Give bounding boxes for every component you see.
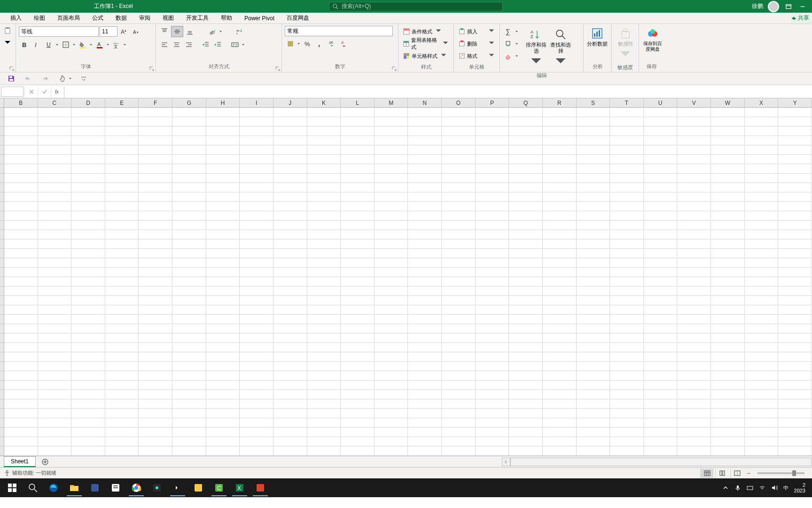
qat-customize-button[interactable] bbox=[78, 73, 89, 84]
cell[interactable] bbox=[778, 333, 812, 343]
cell[interactable] bbox=[442, 239, 476, 249]
cell[interactable] bbox=[442, 258, 476, 268]
cell[interactable] bbox=[644, 437, 678, 446]
cell[interactable] bbox=[677, 183, 711, 192]
cell[interactable] bbox=[172, 145, 206, 155]
cell[interactable] bbox=[610, 249, 644, 258]
cell[interactable] bbox=[139, 136, 172, 145]
cell[interactable] bbox=[442, 446, 476, 456]
cell[interactable] bbox=[71, 202, 105, 211]
cell[interactable] bbox=[172, 164, 206, 174]
formula-input[interactable] bbox=[64, 87, 812, 97]
cell[interactable] bbox=[577, 333, 610, 343]
cell[interactable] bbox=[307, 286, 341, 296]
cell[interactable] bbox=[778, 428, 812, 437]
cell[interactable] bbox=[240, 437, 273, 446]
cell[interactable] bbox=[4, 239, 38, 249]
cell[interactable] bbox=[105, 446, 139, 456]
cell[interactable] bbox=[4, 409, 38, 418]
cell[interactable] bbox=[206, 108, 240, 117]
cell[interactable] bbox=[206, 221, 240, 230]
clipboard-dialog-launcher[interactable] bbox=[9, 66, 14, 71]
cell[interactable] bbox=[610, 286, 644, 296]
cell[interactable] bbox=[375, 202, 408, 211]
avatar[interactable] bbox=[768, 1, 779, 12]
col-header[interactable]: S bbox=[577, 98, 610, 107]
cell[interactable] bbox=[105, 117, 139, 127]
percent-button[interactable]: % bbox=[302, 38, 313, 49]
cell[interactable] bbox=[273, 145, 307, 155]
cell[interactable] bbox=[543, 221, 577, 230]
row-header[interactable] bbox=[0, 352, 4, 362]
cell[interactable] bbox=[476, 446, 509, 456]
cell[interactable] bbox=[711, 268, 745, 277]
cell[interactable] bbox=[105, 164, 139, 174]
cell[interactable] bbox=[543, 324, 577, 333]
cell[interactable] bbox=[4, 428, 38, 437]
cell[interactable] bbox=[577, 202, 610, 211]
cell[interactable] bbox=[476, 277, 509, 286]
cell[interactable] bbox=[610, 390, 644, 399]
cell[interactable] bbox=[677, 249, 711, 258]
cell[interactable] bbox=[543, 155, 577, 164]
comma-button[interactable]: , bbox=[314, 38, 325, 49]
cell[interactable] bbox=[543, 446, 577, 456]
cell[interactable] bbox=[71, 230, 105, 239]
borders-button[interactable] bbox=[60, 39, 71, 50]
cell[interactable] bbox=[206, 446, 240, 456]
cell[interactable] bbox=[644, 399, 678, 409]
cell[interactable] bbox=[375, 258, 408, 268]
cell[interactable] bbox=[745, 164, 779, 174]
cell[interactable] bbox=[509, 362, 543, 371]
font-size-select[interactable]: 11 bbox=[100, 26, 117, 37]
cell[interactable] bbox=[341, 315, 375, 324]
cell[interactable] bbox=[745, 399, 779, 409]
cell[interactable] bbox=[38, 446, 72, 456]
save-button[interactable] bbox=[6, 73, 17, 84]
cell[interactable] bbox=[307, 258, 341, 268]
cell[interactable] bbox=[711, 352, 745, 362]
cell[interactable] bbox=[577, 277, 610, 286]
tab-help[interactable]: 帮助 bbox=[215, 13, 238, 24]
cell[interactable] bbox=[677, 446, 711, 456]
row-header[interactable] bbox=[0, 324, 4, 333]
cell[interactable] bbox=[442, 315, 476, 324]
cell[interactable] bbox=[509, 136, 543, 145]
cell[interactable] bbox=[509, 296, 543, 305]
cell[interactable] bbox=[105, 230, 139, 239]
cell[interactable] bbox=[375, 333, 408, 343]
cell[interactable] bbox=[38, 315, 72, 324]
cell[interactable] bbox=[677, 305, 711, 315]
cell[interactable] bbox=[476, 409, 509, 418]
cell[interactable] bbox=[610, 418, 644, 428]
cell[interactable] bbox=[644, 268, 678, 277]
minimize-button[interactable] bbox=[798, 2, 807, 11]
cell[interactable] bbox=[341, 136, 375, 145]
cell[interactable] bbox=[172, 221, 206, 230]
cell[interactable] bbox=[711, 409, 745, 418]
cell[interactable] bbox=[240, 164, 273, 174]
cell[interactable] bbox=[4, 296, 38, 305]
cell[interactable] bbox=[610, 352, 644, 362]
fill-dropdown[interactable] bbox=[515, 40, 518, 47]
cell[interactable] bbox=[4, 381, 38, 390]
cell[interactable] bbox=[341, 249, 375, 258]
cell[interactable] bbox=[408, 249, 442, 258]
cell[interactable] bbox=[240, 268, 273, 277]
cell[interactable] bbox=[543, 108, 577, 117]
cell[interactable] bbox=[476, 428, 509, 437]
cell[interactable] bbox=[375, 390, 408, 399]
cell[interactable] bbox=[778, 277, 812, 286]
cell[interactable] bbox=[240, 108, 273, 117]
cell[interactable] bbox=[745, 343, 779, 352]
cell[interactable] bbox=[408, 399, 442, 409]
cell[interactable] bbox=[375, 324, 408, 333]
align-center-button[interactable] bbox=[171, 39, 182, 50]
cell[interactable] bbox=[577, 399, 610, 409]
cell[interactable] bbox=[375, 437, 408, 446]
cell[interactable] bbox=[610, 305, 644, 315]
cell[interactable] bbox=[745, 192, 779, 202]
cell[interactable] bbox=[577, 108, 610, 117]
cell[interactable] bbox=[341, 390, 375, 399]
cell[interactable] bbox=[610, 117, 644, 127]
